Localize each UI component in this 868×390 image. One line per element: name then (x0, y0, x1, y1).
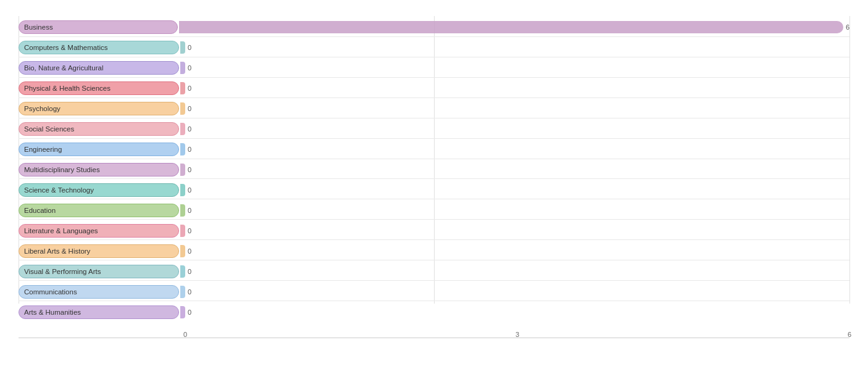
bar-value: 0 (188, 125, 191, 133)
bar-segment (180, 164, 185, 176)
bar-label: Arts & Humanities (19, 305, 179, 319)
bar-row: Engineering0 (19, 139, 849, 160)
x-tick: 0 (183, 331, 187, 338)
bar-label: Engineering (19, 143, 179, 156)
bar-label: Literature & Languages (19, 224, 179, 238)
bar-segment (180, 286, 185, 298)
bar-segment (180, 184, 185, 196)
bar-value: 0 (188, 268, 191, 275)
bar-label: Bio, Nature & Agricultural (19, 61, 179, 75)
bar-row: Education0 (19, 200, 849, 220)
chart-area: Business6Computers & Mathematics0Bio, Na… (19, 16, 849, 338)
bar-row: Physical & Health Sciences0 (19, 78, 849, 99)
rows-container: Business6Computers & Mathematics0Bio, Na… (19, 16, 849, 321)
h-grid-line (19, 57, 849, 57)
bar-row: Arts & Humanities0 (19, 302, 849, 322)
bar-value: 0 (188, 207, 191, 214)
h-grid-line (19, 77, 849, 78)
bar-segment (180, 102, 185, 115)
h-grid-line (19, 260, 849, 260)
bar-value: 0 (188, 85, 191, 92)
bar-value: 0 (188, 227, 191, 234)
h-grid-line (19, 118, 849, 118)
h-grid-line (19, 219, 849, 220)
bar-row: Visual & Performing Arts0 (19, 261, 849, 281)
h-grid-line (19, 138, 849, 139)
bar-segment (179, 21, 843, 33)
chart-container: Business6Computers & Mathematics0Bio, Na… (0, 0, 868, 390)
bar-value: 0 (188, 146, 191, 153)
bar-label: Computers & Mathematics (19, 41, 179, 54)
h-grid-line (19, 36, 849, 37)
bar-row: Social Sciences0 (19, 119, 849, 139)
x-tick: 3 (515, 331, 519, 338)
bar-segment (180, 82, 185, 94)
h-grid-line (19, 301, 849, 301)
bar-value: 0 (188, 166, 191, 173)
bar-label: Multidisciplinary Studies (19, 163, 179, 176)
bar-segment (180, 62, 185, 74)
bar-segment (180, 143, 185, 156)
h-grid-line (19, 239, 849, 240)
bar-row: Psychology0 (19, 99, 849, 119)
bar-row: Multidisciplinary Studies0 (19, 160, 849, 180)
bar-label: Physical & Health Sciences (19, 81, 179, 95)
bar-row: Liberal Arts & History0 (19, 241, 849, 261)
bar-row: Computers & Mathematics0 (19, 38, 849, 58)
bar-segment (180, 306, 185, 318)
bar-segment (180, 265, 185, 278)
bar-value: 0 (188, 309, 191, 316)
bar-segment (180, 225, 185, 237)
bar-value: 0 (188, 186, 191, 194)
bar-label: Business (19, 20, 178, 34)
bar-segment (180, 41, 185, 54)
bar-value: 0 (188, 288, 191, 296)
bar-row: Bio, Nature & Agricultural0 (19, 58, 849, 78)
h-grid-line (19, 159, 849, 159)
h-grid-line (19, 98, 849, 98)
bar-value: 0 (188, 44, 191, 51)
bar-row: Communications0 (19, 281, 849, 302)
bar-row: Business6 (19, 17, 849, 38)
bar-segment (180, 245, 185, 257)
x-axis: 036 (19, 338, 849, 338)
bar-label: Education (19, 204, 179, 217)
bar-row: Science & Technology0 (19, 180, 849, 200)
h-grid-line (19, 280, 849, 281)
bar-label: Liberal Arts & History (19, 244, 179, 258)
grid-line-6 (849, 16, 850, 304)
bar-value: 6 (846, 23, 849, 31)
bar-value: 0 (188, 64, 191, 72)
x-tick: 6 (848, 331, 851, 338)
bar-label: Science & Technology (19, 183, 179, 197)
h-grid-line (19, 199, 849, 199)
bar-segment (180, 204, 185, 217)
bar-segment (180, 123, 185, 135)
bar-label: Communications (19, 285, 179, 299)
h-grid-line (19, 178, 849, 179)
bar-label: Visual & Performing Arts (19, 265, 179, 278)
bar-row: Literature & Languages0 (19, 220, 849, 241)
bar-label: Psychology (19, 102, 179, 115)
bar-value: 0 (188, 105, 191, 112)
bar-value: 0 (188, 247, 191, 255)
bar-label: Social Sciences (19, 122, 179, 136)
